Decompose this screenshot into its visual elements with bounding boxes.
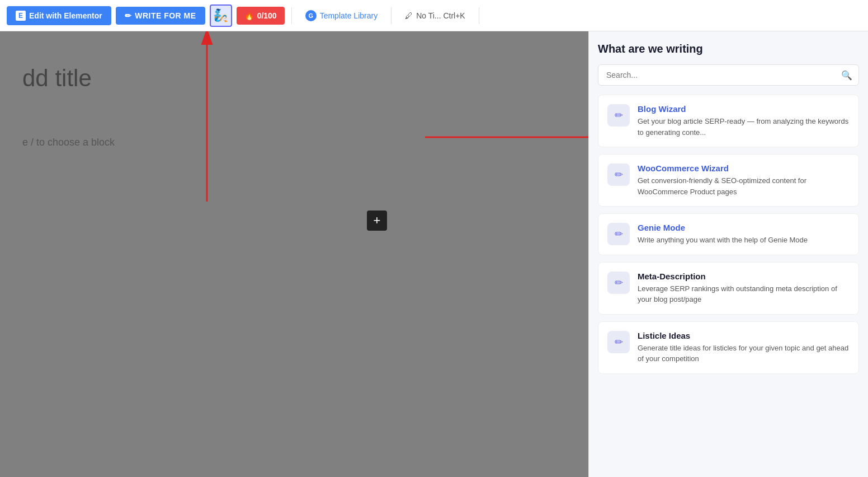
divider-1 xyxy=(291,7,292,24)
woocommerce-icon: ✏ xyxy=(607,163,630,186)
write-for-me-button[interactable]: ✏ WRITE FOR ME xyxy=(116,7,205,25)
add-block-button[interactable]: + xyxy=(367,211,387,231)
meta-desc-desc: Leverage SERP rankings with outstanding … xyxy=(638,283,850,305)
no-title-button[interactable]: 🖊 No Ti... Ctrl+K xyxy=(398,7,472,25)
genie-mode-desc: Write anything you want with the help of… xyxy=(638,235,850,246)
genie-mode-card[interactable]: ✏ Genie Mode Write anything you want wit… xyxy=(598,213,859,255)
editor-canvas: dd title e / to choose a block + xyxy=(0,31,644,477)
blog-wizard-card[interactable]: ✏ Blog Wizard Get your blog article SERP… xyxy=(598,95,859,147)
pen-icon-blog: ✏ xyxy=(615,109,623,121)
pen-icon-meta: ✏ xyxy=(615,277,623,289)
listicle-ideas-card[interactable]: ✏ Listicle Ideas Generate title ideas fo… xyxy=(598,321,859,374)
template-library-icon: G xyxy=(305,10,317,21)
genie-mode-content: Genie Mode Write anything you want with … xyxy=(638,223,850,246)
no-title-label: No Ti... Ctrl+K xyxy=(416,11,465,20)
meta-desc-content: Meta-Description Leverage SERP rankings … xyxy=(638,272,850,305)
meta-description-card[interactable]: ✏ Meta-Description Leverage SERP ranking… xyxy=(598,262,859,315)
woocommerce-content: WooCommerce Wizard Get conversion-friend… xyxy=(638,163,850,197)
toolbar: E Edit with Elementor ✏ WRITE FOR ME 🧞 🔥… xyxy=(0,0,868,31)
pen-icon: 🖊 xyxy=(405,11,413,20)
blog-wizard-content: Blog Wizard Get your blog article SERP-r… xyxy=(638,104,850,138)
elementor-icon: E xyxy=(16,11,26,21)
divider-2 xyxy=(391,7,391,24)
avatar-button[interactable]: 🧞 xyxy=(210,4,232,27)
edit-with-elementor-button[interactable]: E Edit with Elementor xyxy=(7,6,111,25)
genie-mode-title: Genie Mode xyxy=(638,223,850,232)
write-icon: ✏ xyxy=(125,11,132,20)
template-library-label: Template Library xyxy=(320,11,378,20)
pen-icon-woo: ✏ xyxy=(615,169,623,181)
write-for-me-label: WRITE FOR ME xyxy=(135,11,196,20)
woocommerce-desc: Get conversion-friendly & SEO-optimized … xyxy=(638,175,850,197)
search-box: 🔍 xyxy=(598,64,859,86)
pen-icon-genie: ✏ xyxy=(615,228,623,240)
listicle-title: Listicle Ideas xyxy=(638,331,850,340)
pen-icon-listicle: ✏ xyxy=(615,336,623,348)
search-icon: 🔍 xyxy=(841,71,852,80)
divider-3 xyxy=(479,7,479,24)
woocommerce-wizard-card[interactable]: ✏ WooCommerce Wizard Get conversion-frie… xyxy=(598,154,859,207)
getgenie-panel: 🧞 GetGenie › What are we writing 🔍 ✏ Blo… xyxy=(588,0,868,477)
blog-wizard-icon: ✏ xyxy=(607,104,630,127)
canvas-title-placeholder: dd title xyxy=(22,65,92,92)
listicle-icon: ✏ xyxy=(607,331,630,353)
panel-body: What are we writing 🔍 ✏ Blog Wizard Get … xyxy=(589,31,868,477)
panel-section-title: What are we writing xyxy=(598,43,859,55)
template-library-button[interactable]: G Template Library xyxy=(299,6,385,26)
avatar-image: 🧞 xyxy=(213,8,228,23)
genie-mode-icon: ✏ xyxy=(607,223,630,245)
counter-label: 0/100 xyxy=(257,11,277,20)
search-button[interactable]: 🔍 xyxy=(841,70,852,81)
blog-wizard-title: Blog Wizard xyxy=(638,104,850,114)
flame-icon: 🔥 xyxy=(244,11,254,20)
listicle-desc: Generate title ideas for listicles for y… xyxy=(638,343,850,364)
annotation-arrows xyxy=(0,0,644,477)
woocommerce-title: WooCommerce Wizard xyxy=(638,163,850,173)
search-input[interactable] xyxy=(598,64,859,86)
listicle-content: Listicle Ideas Generate title ideas for … xyxy=(638,331,850,364)
counter-button[interactable]: 🔥 0/100 xyxy=(237,7,285,25)
meta-desc-title: Meta-Description xyxy=(638,272,850,281)
meta-desc-icon: ✏ xyxy=(607,272,630,294)
blog-wizard-desc: Get your blog article SERP-ready — from … xyxy=(638,116,850,138)
canvas-hint: e / to choose a block xyxy=(22,137,115,148)
edit-elementor-label: Edit with Elementor xyxy=(29,11,102,20)
